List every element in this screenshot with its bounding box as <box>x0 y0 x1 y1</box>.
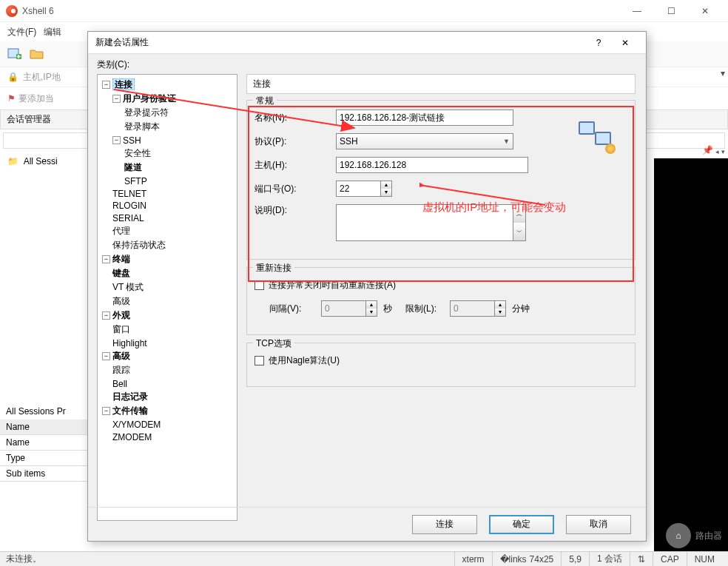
port-label: 端口号(O): <box>255 183 336 195</box>
terminal-area[interactable] <box>654 158 728 551</box>
port-spinner[interactable]: ▲▼ <box>336 181 392 197</box>
prop-row: Type <box>0 451 89 466</box>
interval-label: 间隔(V): <box>269 303 321 315</box>
cancel-button[interactable]: 取消 <box>566 515 631 534</box>
status-cap: CAP <box>653 552 687 566</box>
tree-vtmode[interactable]: VT 模式 <box>99 280 235 294</box>
host-input[interactable] <box>336 157 528 173</box>
connection-icon <box>579 121 619 154</box>
menu-edit[interactable]: 编辑 <box>44 26 61 38</box>
properties-panel: All Sessions Pr Name Name Type Sub items <box>0 403 89 482</box>
tree-tracking[interactable]: 跟踪 <box>99 363 235 377</box>
tree-tunnel[interactable]: 隧道 <box>99 161 235 175</box>
dialog-titlebar: 新建会话属性 ? ✕ <box>88 32 646 54</box>
prop-row: Sub items <box>0 466 89 482</box>
reconnect-group: 重新连接 连接异常关闭时自动重新连接(A) 间隔(V): ▲▼ 秒 限制(L): <box>246 267 636 335</box>
limit-spinner[interactable]: ▲▼ <box>450 300 506 317</box>
flag-icon: ⚑ <box>7 93 16 104</box>
properties-header: All Sessions Pr <box>0 403 89 420</box>
watermark: ⌂ 路由器 <box>666 523 722 548</box>
app-logo-icon <box>6 5 18 17</box>
tree-window[interactable]: 窗口 <box>99 323 235 337</box>
tree-bell[interactable]: Bell <box>99 377 235 390</box>
tree-rlogin[interactable]: RLOGIN <box>99 199 235 212</box>
tree-auth[interactable]: −用户身份验证 <box>99 92 235 106</box>
tree-advanced[interactable]: −高级 <box>99 349 235 363</box>
menu-file[interactable]: 文件(F) <box>7 26 36 38</box>
protocol-label: 协议(P): <box>255 135 336 148</box>
tree-zmodem[interactable]: ZMODEM <box>99 431 235 443</box>
tree-xymodem[interactable]: X/YMODEM <box>99 418 235 431</box>
status-size: �links74x25 <box>492 552 562 566</box>
tree-appearance[interactable]: −外观 <box>99 309 235 323</box>
session-properties-dialog: 新建会话属性 ? ✕ 类别(C): −连接 −用户身份验证 登录提示符 登录脚本… <box>87 31 647 542</box>
pin-icon[interactable]: 📌 <box>702 145 713 155</box>
minimize-button[interactable]: — <box>620 0 654 22</box>
status-bar: 未连接。 xterm �links74x25 5,9 1 会话 ⇅ CAP NU… <box>0 551 728 566</box>
host-placeholder: 主机,IP地 <box>23 71 61 84</box>
main-titlebar: Xshell 6 — ☐ ✕ <box>0 0 728 22</box>
auto-reconnect-checkbox[interactable] <box>255 280 264 290</box>
lock-icon: 🔒 <box>7 72 18 82</box>
limit-label: 限制(L): <box>405 303 450 315</box>
pane-header: 连接 <box>246 74 636 94</box>
status-term: xterm <box>454 552 492 566</box>
scroll-down-icon[interactable]: ﹀ <box>513 223 525 240</box>
tree-proxy[interactable]: 代理 <box>99 224 235 238</box>
desc-label: 说明(D): <box>255 204 336 217</box>
dialog-help-button[interactable]: ? <box>585 33 612 53</box>
dialog-title: 新建会话属性 <box>95 36 585 49</box>
open-folder-icon[interactable] <box>28 45 46 63</box>
tree-login-prompt[interactable]: 登录提示符 <box>99 106 235 120</box>
tree-connection[interactable]: −连接 <box>99 78 235 92</box>
status-connection: 未连接。 <box>6 553 41 565</box>
toolbar-overflow-icon[interactable]: ▾ <box>721 68 725 78</box>
tree-logging[interactable]: 日志记录 <box>99 390 235 404</box>
tree-keepalive[interactable]: 保持活动状态 <box>99 238 235 252</box>
tree-telnet[interactable]: TELNET <box>99 187 235 200</box>
description-textarea[interactable] <box>336 204 513 241</box>
category-label: 类别(C): <box>88 54 646 73</box>
tree-terminal[interactable]: −终端 <box>99 252 235 266</box>
category-tree[interactable]: −连接 −用户身份验证 登录提示符 登录脚本 −SSH 安全性 隧道 SFTP … <box>97 74 237 521</box>
tree-ssh[interactable]: −SSH <box>99 134 235 146</box>
name-input[interactable] <box>336 110 513 126</box>
auto-reconnect-label: 连接异常关闭时自动重新连接(A) <box>269 279 396 292</box>
host-label: 主机(H): <box>255 159 336 172</box>
tree-sftp[interactable]: SFTP <box>99 175 235 187</box>
session-overflow-icon[interactable]: ◂ ▾ <box>715 148 725 155</box>
interval-spinner[interactable]: ▲▼ <box>321 300 377 317</box>
tree-security[interactable]: 安全性 <box>99 146 235 161</box>
spin-down-icon[interactable]: ▼ <box>381 189 391 196</box>
tree-keyboard[interactable]: 键盘 <box>99 266 235 280</box>
new-session-icon[interactable] <box>6 45 24 63</box>
settings-pane: 连接 常规 名称(N): 协议(P): SSH▼ 主机(H): <box>242 73 646 525</box>
general-group: 常规 名称(N): 协议(P): SSH▼ 主机(H): <box>246 100 636 260</box>
chevron-down-icon: ▼ <box>503 138 510 145</box>
tree-adv-term[interactable]: 高级 <box>99 294 235 309</box>
tree-login-script[interactable]: 登录脚本 <box>99 120 235 134</box>
scroll-up-icon[interactable]: ︿ <box>513 205 525 223</box>
tree-filetransfer[interactable]: −文件传输 <box>99 404 235 418</box>
connect-button[interactable]: 连接 <box>412 515 477 534</box>
prop-row: Name <box>0 435 89 451</box>
ok-button[interactable]: 确定 <box>489 515 554 534</box>
watermark-icon: ⌂ <box>666 523 691 548</box>
dialog-footer: 连接 确定 取消 <box>88 507 646 541</box>
status-pos: 5,9 <box>561 552 589 566</box>
port-input[interactable] <box>336 181 380 197</box>
tree-serial[interactable]: SERIAL <box>99 212 235 224</box>
name-label: 名称(N): <box>255 112 336 124</box>
maximize-button[interactable]: ☐ <box>654 0 688 22</box>
tcp-group: TCP选项 使用Nagle算法(U) <box>246 343 636 387</box>
protocol-select[interactable]: SSH▼ <box>336 133 513 149</box>
dialog-close-button[interactable]: ✕ <box>612 33 638 53</box>
app-title: Xshell 6 <box>22 6 620 16</box>
status-net-icon: ⇅ <box>630 552 653 566</box>
nagle-checkbox[interactable] <box>255 356 264 365</box>
nagle-label: 使用Nagle算法(U) <box>269 354 340 367</box>
spin-up-icon[interactable]: ▲ <box>381 181 391 189</box>
close-button[interactable]: ✕ <box>688 0 722 22</box>
tree-highlight[interactable]: Highlight <box>99 337 235 349</box>
status-num: NUM <box>687 552 722 566</box>
